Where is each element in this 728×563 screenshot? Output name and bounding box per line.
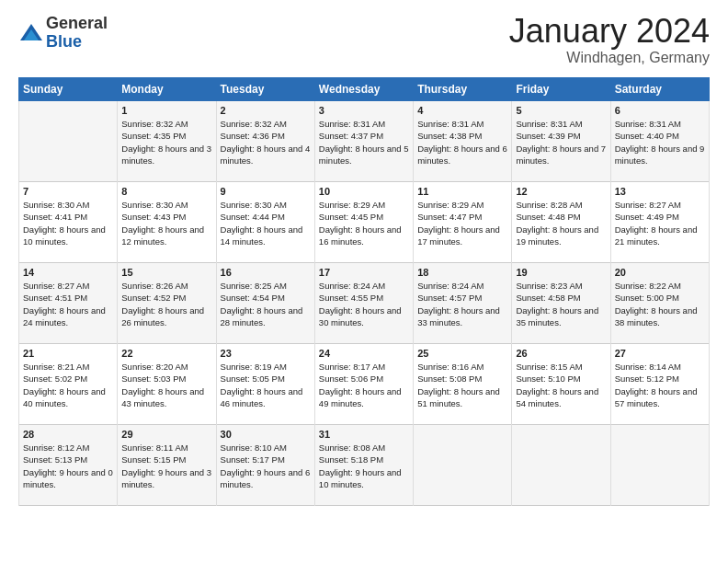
day-cell: 22Sunrise: 8:20 AMSunset: 5:03 PMDayligh…: [118, 344, 216, 425]
day-info: Sunrise: 8:23 AMSunset: 4:58 PMDaylight:…: [516, 280, 606, 328]
day-info: Sunrise: 8:10 AMSunset: 5:17 PMDaylight:…: [221, 442, 311, 490]
header-row: SundayMondayTuesdayWednesdayThursdayFrid…: [19, 78, 710, 101]
day-cell: 16Sunrise: 8:25 AMSunset: 4:54 PMDayligh…: [216, 263, 314, 344]
day-cell: 6Sunrise: 8:31 AMSunset: 4:40 PMDaylight…: [610, 101, 709, 182]
day-info: Sunrise: 8:32 AMSunset: 4:36 PMDaylight:…: [221, 118, 311, 167]
day-number: 31: [319, 429, 409, 440]
day-number: 2: [221, 105, 311, 116]
day-cell: [610, 425, 709, 506]
day-cell: 14Sunrise: 8:27 AMSunset: 4:51 PMDayligh…: [19, 263, 118, 344]
day-info: Sunrise: 8:31 AMSunset: 4:39 PMDaylight:…: [516, 118, 606, 167]
day-info: Sunrise: 8:26 AMSunset: 4:52 PMDaylight:…: [121, 280, 211, 328]
day-number: 25: [417, 348, 507, 359]
col-header-wednesday: Wednesday: [314, 78, 413, 101]
col-header-sunday: Sunday: [19, 78, 118, 101]
day-number: 23: [221, 348, 311, 359]
day-cell: 17Sunrise: 8:24 AMSunset: 4:55 PMDayligh…: [314, 263, 413, 344]
day-cell: 20Sunrise: 8:22 AMSunset: 5:00 PMDayligh…: [610, 263, 709, 344]
day-cell: 29Sunrise: 8:11 AMSunset: 5:15 PMDayligh…: [118, 425, 216, 506]
day-number: 29: [121, 429, 211, 440]
col-header-monday: Monday: [118, 78, 216, 101]
day-info: Sunrise: 8:31 AMSunset: 4:38 PMDaylight:…: [417, 118, 507, 167]
col-header-tuesday: Tuesday: [216, 78, 314, 101]
day-info: Sunrise: 8:31 AMSunset: 4:37 PMDaylight:…: [319, 118, 409, 167]
day-number: 27: [615, 348, 705, 359]
day-cell: 28Sunrise: 8:12 AMSunset: 5:13 PMDayligh…: [19, 425, 118, 506]
day-cell: 2Sunrise: 8:32 AMSunset: 4:36 PMDaylight…: [216, 101, 314, 182]
calendar-table: SundayMondayTuesdayWednesdayThursdayFrid…: [18, 77, 710, 506]
day-number: 3: [319, 105, 409, 116]
day-cell: [19, 101, 118, 182]
day-cell: 15Sunrise: 8:26 AMSunset: 4:52 PMDayligh…: [118, 263, 216, 344]
day-cell: 11Sunrise: 8:29 AMSunset: 4:47 PMDayligh…: [414, 182, 512, 263]
day-number: 4: [417, 105, 507, 116]
col-header-friday: Friday: [512, 78, 610, 101]
day-cell: 30Sunrise: 8:10 AMSunset: 5:17 PMDayligh…: [216, 425, 314, 506]
day-info: Sunrise: 8:16 AMSunset: 5:08 PMDaylight:…: [417, 361, 507, 409]
day-number: 28: [23, 429, 113, 440]
day-info: Sunrise: 8:29 AMSunset: 4:47 PMDaylight:…: [417, 199, 507, 247]
day-number: 8: [121, 186, 211, 197]
day-info: Sunrise: 8:30 AMSunset: 4:44 PMDaylight:…: [221, 199, 311, 247]
day-number: 16: [221, 267, 311, 278]
day-info: Sunrise: 8:24 AMSunset: 4:55 PMDaylight:…: [319, 280, 409, 328]
day-cell: [414, 425, 512, 506]
day-number: 15: [121, 267, 211, 278]
day-info: Sunrise: 8:24 AMSunset: 4:57 PMDaylight:…: [417, 280, 507, 328]
day-number: 10: [319, 186, 409, 197]
day-number: 12: [516, 186, 606, 197]
day-cell: 25Sunrise: 8:16 AMSunset: 5:08 PMDayligh…: [414, 344, 512, 425]
week-row-3: 14Sunrise: 8:27 AMSunset: 4:51 PMDayligh…: [19, 263, 710, 344]
day-cell: 21Sunrise: 8:21 AMSunset: 5:02 PMDayligh…: [19, 344, 118, 425]
location: Windhagen, Germany: [509, 50, 710, 66]
day-number: 6: [615, 105, 705, 116]
day-info: Sunrise: 8:12 AMSunset: 5:13 PMDaylight:…: [23, 442, 113, 490]
logo: General Blue: [18, 15, 108, 52]
day-info: Sunrise: 8:32 AMSunset: 4:35 PMDaylight:…: [121, 118, 211, 167]
day-number: 17: [319, 267, 409, 278]
day-info: Sunrise: 8:30 AMSunset: 4:43 PMDaylight:…: [121, 199, 211, 247]
day-cell: 7Sunrise: 8:30 AMSunset: 4:41 PMDaylight…: [19, 182, 118, 263]
day-cell: [512, 425, 610, 506]
day-cell: 24Sunrise: 8:17 AMSunset: 5:06 PMDayligh…: [314, 344, 413, 425]
day-number: 22: [121, 348, 211, 359]
day-info: Sunrise: 8:08 AMSunset: 5:18 PMDaylight:…: [319, 442, 409, 490]
col-header-thursday: Thursday: [414, 78, 512, 101]
day-cell: 13Sunrise: 8:27 AMSunset: 4:49 PMDayligh…: [610, 182, 709, 263]
day-number: 1: [121, 105, 211, 116]
week-row-2: 7Sunrise: 8:30 AMSunset: 4:41 PMDaylight…: [19, 182, 710, 263]
day-cell: 31Sunrise: 8:08 AMSunset: 5:18 PMDayligh…: [314, 425, 413, 506]
header: General Blue January 2024 Windhagen, Ger…: [18, 15, 710, 66]
day-number: 26: [516, 348, 606, 359]
week-row-5: 28Sunrise: 8:12 AMSunset: 5:13 PMDayligh…: [19, 425, 710, 506]
day-cell: 9Sunrise: 8:30 AMSunset: 4:44 PMDaylight…: [216, 182, 314, 263]
day-info: Sunrise: 8:17 AMSunset: 5:06 PMDaylight:…: [319, 361, 409, 409]
title-block: January 2024 Windhagen, Germany: [509, 15, 710, 66]
day-cell: 19Sunrise: 8:23 AMSunset: 4:58 PMDayligh…: [512, 263, 610, 344]
day-number: 18: [417, 267, 507, 278]
day-cell: 3Sunrise: 8:31 AMSunset: 4:37 PMDaylight…: [314, 101, 413, 182]
day-number: 13: [615, 186, 705, 197]
page-container: General Blue January 2024 Windhagen, Ger…: [0, 0, 728, 515]
month-title: January 2024: [509, 15, 710, 48]
day-cell: 8Sunrise: 8:30 AMSunset: 4:43 PMDaylight…: [118, 182, 216, 263]
day-info: Sunrise: 8:28 AMSunset: 4:48 PMDaylight:…: [516, 199, 606, 247]
day-info: Sunrise: 8:31 AMSunset: 4:40 PMDaylight:…: [615, 118, 705, 167]
logo-text: General Blue: [46, 15, 108, 52]
day-number: 19: [516, 267, 606, 278]
logo-icon: [18, 20, 44, 46]
day-info: Sunrise: 8:19 AMSunset: 5:05 PMDaylight:…: [221, 361, 311, 409]
day-number: 21: [23, 348, 113, 359]
day-cell: 18Sunrise: 8:24 AMSunset: 4:57 PMDayligh…: [414, 263, 512, 344]
day-info: Sunrise: 8:15 AMSunset: 5:10 PMDaylight:…: [516, 361, 606, 409]
day-info: Sunrise: 8:25 AMSunset: 4:54 PMDaylight:…: [221, 280, 311, 328]
day-cell: 12Sunrise: 8:28 AMSunset: 4:48 PMDayligh…: [512, 182, 610, 263]
day-info: Sunrise: 8:30 AMSunset: 4:41 PMDaylight:…: [23, 199, 113, 247]
day-number: 11: [417, 186, 507, 197]
day-number: 14: [23, 267, 113, 278]
day-number: 7: [23, 186, 113, 197]
day-info: Sunrise: 8:29 AMSunset: 4:45 PMDaylight:…: [319, 199, 409, 247]
day-number: 9: [221, 186, 311, 197]
day-number: 30: [221, 429, 311, 440]
col-header-saturday: Saturday: [610, 78, 709, 101]
